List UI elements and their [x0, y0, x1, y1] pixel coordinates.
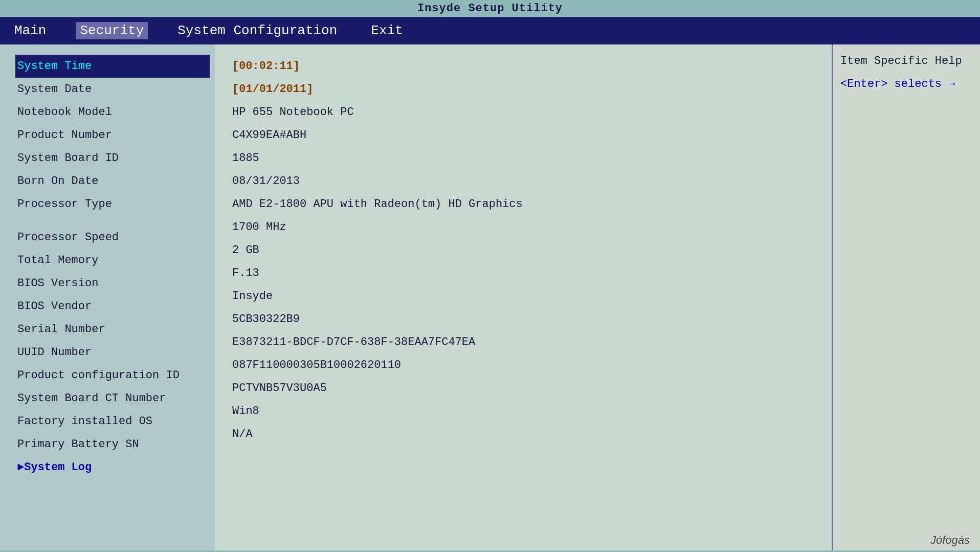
- value-primary-battery: N/A: [230, 423, 821, 446]
- value-serial-number: 5CB30322B9: [230, 308, 821, 331]
- label-product-config-id: Product configuration ID: [15, 364, 210, 387]
- label-system-board-ct: System Board CT Number: [15, 387, 210, 410]
- label-born-on-date: Born On Date: [15, 170, 210, 193]
- watermark: Jófogás: [930, 534, 970, 547]
- menu-item-main[interactable]: Main: [10, 22, 50, 39]
- left-panel: System Time System Date Notebook Model P…: [0, 44, 215, 550]
- center-panel: [00:02:11] [01/01/2011] HP 655 Notebook …: [215, 44, 832, 550]
- value-system-time: [00:02:11]: [230, 55, 821, 78]
- label-system-time[interactable]: System Time: [15, 55, 210, 78]
- menu-bar: Main Security System Configuration Exit: [0, 17, 980, 44]
- value-born-on-date: 08/31/2013: [230, 170, 821, 193]
- value-system-board-id: 1885: [230, 147, 821, 170]
- value-total-memory: 2 GB: [230, 239, 821, 262]
- menu-item-system-config[interactable]: System Configuration: [173, 22, 341, 39]
- value-product-number: C4X99EA#ABH: [230, 124, 821, 147]
- value-processor-speed: 1700 MHz: [230, 216, 821, 239]
- label-notebook-model: Notebook Model: [15, 101, 210, 124]
- label-total-memory: Total Memory: [15, 249, 210, 272]
- label-factory-os: Factory installed OS: [15, 410, 210, 433]
- menu-item-security[interactable]: Security: [76, 22, 148, 39]
- menu-item-exit[interactable]: Exit: [367, 22, 407, 39]
- label-serial-number: Serial Number: [15, 318, 210, 341]
- label-processor-type: Processor Type: [15, 193, 210, 216]
- value-bios-version: F.13: [230, 262, 821, 285]
- value-factory-os: Win8: [230, 400, 821, 423]
- value-system-board-ct: PCTVNB57V3U0A5: [230, 377, 821, 400]
- label-system-log[interactable]: ►System Log: [15, 456, 210, 479]
- title-text: Insyde Setup Utility: [417, 2, 563, 15]
- label-processor-speed: Processor Speed: [15, 226, 210, 249]
- value-product-config-id: 087F110000305B10002620110: [230, 354, 821, 377]
- value-system-date: [01/01/2011]: [230, 78, 821, 101]
- label-primary-battery: Primary Battery SN: [15, 433, 210, 456]
- value-bios-vendor: Insyde: [230, 285, 821, 308]
- label-uuid-number: UUID Number: [15, 341, 210, 364]
- title-bar: Insyde Setup Utility: [0, 0, 980, 17]
- label-system-board-id: System Board ID: [15, 147, 210, 170]
- value-notebook-model: HP 655 Notebook PC: [230, 101, 821, 124]
- right-panel: Item Specific Help <Enter> selects →: [832, 44, 980, 550]
- value-uuid-number: E3873211-BDCF-D7CF-638F-38EAA7FC47EA: [230, 331, 821, 354]
- value-processor-type: AMD E2-1800 APU with Radeon(tm) HD Graph…: [230, 193, 821, 216]
- label-bios-version: BIOS Version: [15, 272, 210, 295]
- label-bios-vendor: BIOS Vendor: [15, 295, 210, 318]
- help-title: Item Specific Help: [840, 55, 972, 67]
- main-content: System Time System Date Notebook Model P…: [0, 44, 980, 550]
- help-text: <Enter> selects →: [840, 78, 972, 90]
- label-product-number: Product Number: [15, 124, 210, 147]
- label-system-date[interactable]: System Date: [15, 78, 210, 101]
